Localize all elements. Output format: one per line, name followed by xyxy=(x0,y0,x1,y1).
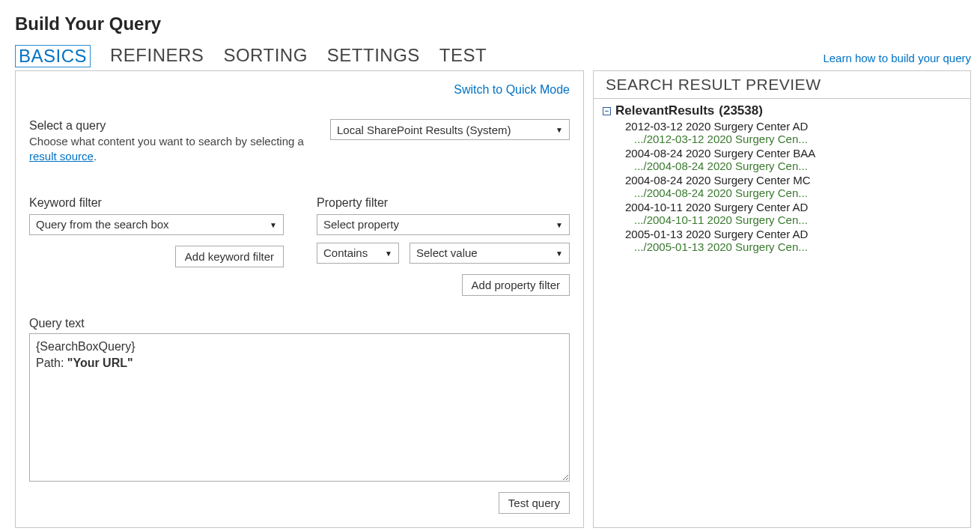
result-path[interactable]: .../2005-01-13 2020 Surgery Cen... xyxy=(634,240,961,253)
chevron-down-icon: ▼ xyxy=(385,249,392,257)
result-title[interactable]: 2005-01-13 2020 Surgery Center AD xyxy=(625,228,961,240)
property-filter-value-text: Select value xyxy=(416,246,478,259)
result-path[interactable]: .../2004-08-24 2020 Surgery Cen... xyxy=(634,186,961,199)
query-text-line2: Path: "Your URL" xyxy=(36,355,563,371)
query-text-label: Query text xyxy=(29,317,570,330)
query-text-line2-bold: "Your URL" xyxy=(67,356,133,369)
result-title[interactable]: 2004-08-24 2020 Surgery Center BAA xyxy=(625,147,961,160)
basics-panel: Switch to Quick Mode Select a query Choo… xyxy=(15,70,584,528)
result-path[interactable]: .../2004-10-11 2020 Surgery Cen... xyxy=(634,213,961,226)
chevron-down-icon: ▼ xyxy=(556,220,563,228)
result-item: 2012-03-12 2020 Surgery Center AD.../201… xyxy=(625,120,961,145)
result-path[interactable]: .../2004-08-24 2020 Surgery Cen... xyxy=(634,160,961,172)
select-query-value: Local SharePoint Results (System) xyxy=(337,124,511,136)
search-result-preview-panel: SEARCH RESULT PREVIEW − RelevantResults … xyxy=(593,70,971,528)
result-title[interactable]: 2004-08-24 2020 Surgery Center MC xyxy=(625,174,961,186)
tab-test[interactable]: TEST xyxy=(439,45,487,67)
tab-bar: BASICSREFINERSSORTINGSETTINGSTEST xyxy=(15,45,487,67)
select-query-desc-text: Choose what content you want to search b… xyxy=(29,135,304,148)
preview-header: SEARCH RESULT PREVIEW xyxy=(594,71,970,99)
test-query-button[interactable]: Test query xyxy=(499,492,570,514)
select-query-label: Select a query xyxy=(29,119,308,133)
property-filter-label: Property filter xyxy=(317,196,570,210)
select-query-description: Choose what content you want to search b… xyxy=(29,134,308,165)
tab-sorting[interactable]: SORTING xyxy=(223,45,307,67)
add-keyword-filter-button[interactable]: Add keyword filter xyxy=(175,246,284,267)
result-source-link[interactable]: result source xyxy=(29,150,94,163)
collapse-icon[interactable]: − xyxy=(603,107,611,115)
result-path[interactable]: .../2012-03-12 2020 Surgery Cen... xyxy=(634,133,961,145)
result-item: 2004-10-11 2020 Surgery Center AD.../200… xyxy=(625,201,961,226)
property-filter-property-value: Select property xyxy=(323,218,399,231)
result-item: 2004-08-24 2020 Surgery Center BAA.../20… xyxy=(625,147,961,172)
chevron-down-icon: ▼ xyxy=(270,220,277,228)
result-item: 2004-08-24 2020 Surgery Center MC.../200… xyxy=(625,174,961,199)
query-text-input[interactable]: {SearchBoxQuery} Path: "Your URL" xyxy=(29,333,570,482)
results-list: 2012-03-12 2020 Surgery Center AD.../201… xyxy=(603,120,961,253)
result-title[interactable]: 2012-03-12 2020 Surgery Center AD xyxy=(625,120,961,133)
select-query-desc-suffix: . xyxy=(94,150,97,163)
chevron-down-icon: ▼ xyxy=(556,126,563,134)
keyword-filter-value: Query from the search box xyxy=(36,218,169,231)
property-filter-operator-dropdown[interactable]: Contains ▼ xyxy=(317,243,399,264)
tab-settings[interactable]: SETTINGS xyxy=(327,45,420,67)
learn-link[interactable]: Learn how to build your query xyxy=(823,52,971,67)
keyword-filter-dropdown[interactable]: Query from the search box ▼ xyxy=(29,214,284,235)
result-group-count: (23538) xyxy=(719,103,763,118)
switch-mode-link[interactable]: Switch to Quick Mode xyxy=(29,80,570,119)
tab-basics[interactable]: BASICS xyxy=(15,45,91,67)
chevron-down-icon: ▼ xyxy=(556,249,563,257)
result-group[interactable]: − RelevantResults (23538) xyxy=(603,103,961,118)
add-property-filter-button[interactable]: Add property filter xyxy=(462,274,570,296)
tab-refiners[interactable]: REFINERS xyxy=(110,45,204,67)
result-title[interactable]: 2004-10-11 2020 Surgery Center AD xyxy=(625,201,961,213)
page-title: Build Your Query xyxy=(15,13,971,34)
property-filter-property-dropdown[interactable]: Select property ▼ xyxy=(317,214,570,235)
result-group-name: RelevantResults xyxy=(615,103,714,118)
keyword-filter-label: Keyword filter xyxy=(29,196,284,210)
property-filter-operator-value: Contains xyxy=(323,246,368,259)
property-filter-value-dropdown[interactable]: Select value ▼ xyxy=(410,243,570,264)
result-item: 2005-01-13 2020 Surgery Center AD.../200… xyxy=(625,228,961,253)
query-text-line2-prefix: Path: xyxy=(36,356,67,369)
select-query-dropdown[interactable]: Local SharePoint Results (System) ▼ xyxy=(330,119,570,140)
query-text-line1: {SearchBoxQuery} xyxy=(36,339,563,355)
